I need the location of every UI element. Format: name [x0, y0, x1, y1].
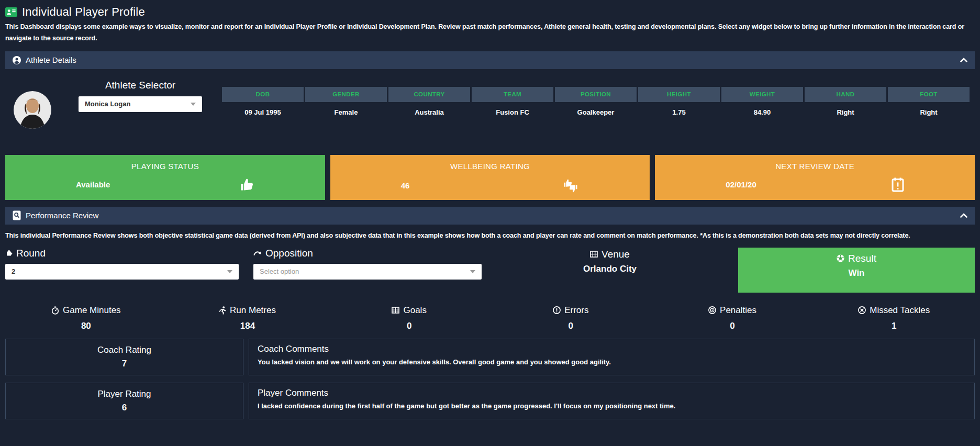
stat-label: Run Metres — [230, 305, 276, 316]
wellbeing-rating-title: WELLBEING RATING — [330, 162, 650, 171]
goal-net-icon — [392, 307, 399, 314]
stat-label: Penalties — [720, 305, 756, 316]
result-label: Result — [848, 253, 876, 264]
chevron-up-icon[interactable] — [960, 58, 967, 62]
value-hand: Right — [805, 102, 886, 123]
playing-status-card[interactable]: PLAYING STATUS Available — [5, 155, 325, 200]
stopwatch-icon — [51, 306, 59, 315]
soccer-ball-icon — [837, 254, 844, 262]
match-stats-row: Game Minutes 80 Run Metres 184 Goals 0 — [5, 305, 975, 331]
chevron-up-icon[interactable] — [960, 213, 967, 218]
opposition-dropdown[interactable]: Select option — [253, 264, 482, 280]
next-review-date-title: NEXT REVIEW DATE — [655, 162, 975, 171]
stat-value: 0 — [652, 321, 814, 331]
value-foot: Right — [888, 102, 970, 123]
athlete-details-panel: Athlete Selector Monica Logan DOB GENDER… — [5, 77, 975, 146]
stat-value: 80 — [5, 321, 167, 331]
round-dropdown[interactable]: 2 — [5, 264, 239, 280]
value-position: Goalkeeper — [555, 102, 637, 123]
coach-rating-label: Coach Rating — [6, 345, 243, 355]
value-dob: 09 Jul 1995 — [222, 102, 304, 123]
person-icon — [13, 56, 21, 64]
status-cards-row: PLAYING STATUS Available WELLBEING RATIN… — [5, 155, 975, 200]
venue-label: Venue — [602, 249, 630, 260]
athlete-details-section-title: Athlete Details — [26, 55, 76, 64]
stat-value: 0 — [328, 321, 490, 331]
calendar-alert-icon — [892, 177, 904, 192]
player-rating-label: Player Rating — [6, 389, 243, 399]
coach-comments-box: Coach Comments You lacked vision and we … — [249, 339, 975, 375]
player-rating-box: Player Rating 6 — [5, 383, 243, 419]
coach-rating-box: Coach Rating 7 — [5, 339, 243, 375]
column-header-country: COUNTRY — [388, 87, 470, 102]
coach-rating-value: 7 — [6, 359, 243, 369]
venue-widget: Venue Orlando City — [482, 248, 738, 293]
stat-label: Errors — [564, 305, 588, 316]
page-description: This Dashboard displays some example way… — [5, 21, 975, 44]
athlete-selector-value: Monica Logan — [85, 100, 130, 108]
column-header-foot: FOOT — [888, 87, 970, 102]
result-value: Win — [738, 268, 975, 278]
playing-status-value: Available — [76, 180, 110, 189]
coach-comments-text: You lacked vision and we will work on yo… — [258, 358, 966, 366]
column-header-gender: GENDER — [305, 87, 387, 102]
opposition-placeholder: Select option — [260, 267, 299, 275]
result-widget[interactable]: Result Win — [738, 248, 975, 293]
value-height: 1.75 — [638, 102, 720, 123]
wellbeing-rating-value: 46 — [401, 181, 410, 190]
id-card-icon — [5, 7, 17, 17]
performance-review-description: This individual Performance Review shows… — [5, 232, 975, 239]
stat-value: 1 — [813, 321, 975, 331]
error-circle-icon — [553, 306, 561, 314]
performance-review-section-header[interactable]: Performance Review — [5, 207, 975, 225]
column-header-weight: WEIGHT — [721, 87, 803, 102]
target-icon — [708, 306, 716, 314]
opposition-label: Opposition — [265, 248, 313, 259]
file-search-icon — [13, 210, 21, 220]
page-header: Individual Player Profile — [5, 4, 975, 20]
stat-run-metres: Run Metres 184 — [167, 305, 329, 331]
coach-review-row: Coach Rating 7 Coach Comments You lacked… — [5, 339, 975, 375]
athlete-details-section-header[interactable]: Athlete Details — [5, 51, 975, 69]
playing-status-title: PLAYING STATUS — [5, 162, 325, 171]
value-country: Australia — [388, 102, 470, 123]
missed-tackle-icon — [858, 306, 866, 314]
stat-game-minutes: Game Minutes 80 — [5, 305, 167, 331]
coach-comments-label: Coach Comments — [258, 344, 966, 354]
value-weight: 84.90 — [721, 102, 803, 123]
chevron-down-icon — [191, 103, 196, 106]
round-label: Round — [16, 248, 46, 259]
player-review-row: Player Rating 6 Player Comments I lacked… — [5, 383, 975, 419]
wellbeing-rating-card[interactable]: WELLBEING RATING 46 — [330, 155, 650, 200]
athlete-attributes-table: DOB GENDER COUNTRY TEAM POSITION HEIGHT … — [222, 87, 970, 146]
chevron-down-icon — [470, 270, 475, 273]
next-review-date-card[interactable]: NEXT REVIEW DATE 02/01/20 — [655, 155, 975, 200]
runner-icon — [219, 306, 226, 315]
stadium-icon — [590, 251, 598, 258]
stat-missed-tackles: Missed Tackles 1 — [813, 305, 975, 331]
column-header-position: POSITION — [555, 87, 637, 102]
value-team: Fusion FC — [472, 102, 553, 123]
athlete-selector-label: Athlete Selector — [79, 80, 202, 91]
player-rating-value: 6 — [6, 403, 243, 413]
stat-errors: Errors 0 — [490, 305, 652, 331]
round-value: 2 — [12, 267, 15, 275]
column-header-hand: HAND — [805, 87, 886, 102]
player-comments-label: Player Comments — [258, 388, 966, 398]
performance-review-section-title: Performance Review — [26, 211, 98, 220]
stat-value: 0 — [490, 321, 652, 331]
thumbs-up-icon — [240, 177, 254, 192]
player-comments-text: I lacked confidence during the first hal… — [258, 402, 966, 410]
stat-goals: Goals 0 — [328, 305, 490, 331]
athlete-selector-dropdown[interactable]: Monica Logan — [79, 96, 202, 112]
stat-penalties: Penalties 0 — [652, 305, 814, 331]
column-header-height: HEIGHT — [638, 87, 720, 102]
page-title: Individual Player Profile — [22, 5, 145, 19]
puzzle-icon — [5, 250, 13, 257]
player-comments-box: Player Comments I lacked confidence duri… — [249, 383, 975, 419]
venue-value: Orlando City — [482, 264, 738, 274]
stat-label: Game Minutes — [63, 305, 121, 316]
stat-label: Missed Tackles — [870, 305, 930, 316]
column-header-team: TEAM — [472, 87, 553, 102]
stat-value: 184 — [167, 321, 329, 331]
